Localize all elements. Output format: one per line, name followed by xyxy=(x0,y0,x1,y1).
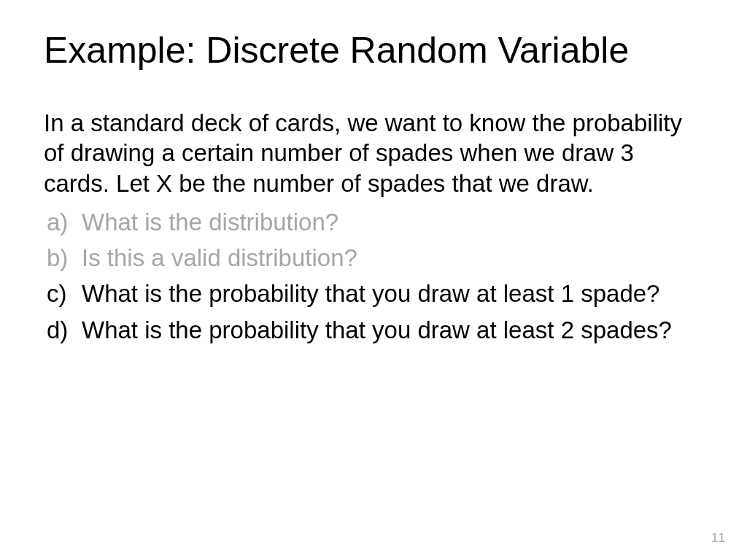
list-item: d) What is the probability that you draw… xyxy=(44,315,703,345)
slide-intro: In a standard deck of cards, we want to … xyxy=(44,108,703,198)
list-marker: c) xyxy=(44,279,82,308)
list-item: a) What is the distribution? xyxy=(44,207,703,237)
list-item: b) Is this a valid distribution? xyxy=(44,243,703,273)
list-marker: d) xyxy=(44,315,82,345)
list-marker: a) xyxy=(44,207,82,237)
list-text: What is the probability that you draw at… xyxy=(82,315,703,345)
list-marker: b) xyxy=(44,243,82,273)
list-text: What is the probability that you draw at… xyxy=(82,279,703,308)
slide-container: Example: Discrete Random Variable In a s… xyxy=(0,0,747,380)
list-item: c) What is the probability that you draw… xyxy=(44,279,703,308)
list-text: What is the distribution? xyxy=(82,207,703,237)
question-list: a) What is the distribution? b) Is this … xyxy=(44,207,703,345)
page-number: 11 xyxy=(711,531,725,545)
slide-title: Example: Discrete Random Variable xyxy=(44,29,703,71)
list-text: Is this a valid distribution? xyxy=(82,243,703,273)
